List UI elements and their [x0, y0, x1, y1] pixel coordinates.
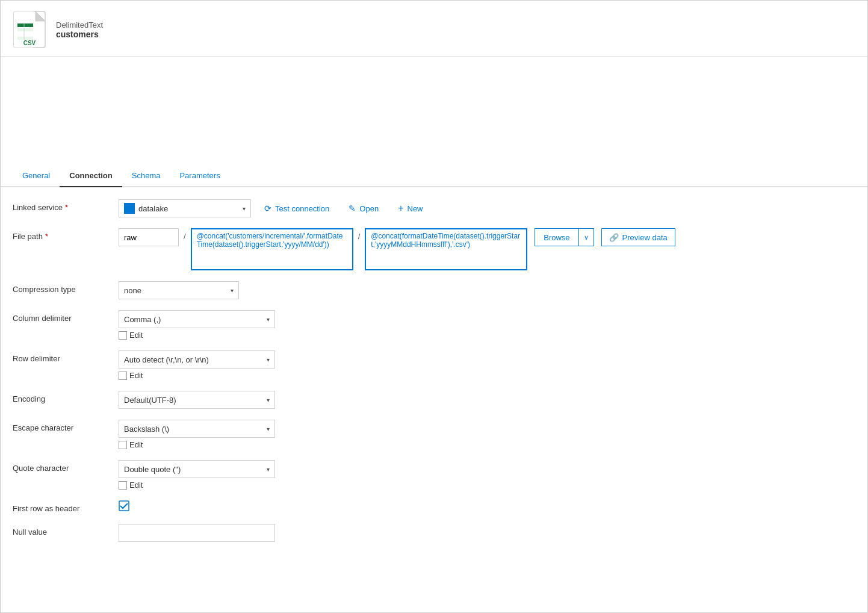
first-row-header-label: First row as header [13, 500, 109, 513]
escape-character-edit-row: Edit [119, 440, 275, 449]
test-connection-label: Test connection [275, 204, 329, 213]
quote-character-row: Quote character Double quote (") ▾ Edit [13, 460, 855, 490]
quote-character-arrow-icon: ▾ [267, 466, 270, 473]
compression-type-value: none [124, 286, 231, 295]
browse-button[interactable]: Browse [535, 228, 578, 246]
encoding-row: Encoding Default(UTF-8) ▾ [13, 391, 855, 409]
svg-rect-3 [17, 28, 33, 31]
first-row-header-row: First row as header [13, 500, 855, 513]
svg-rect-2 [17, 23, 33, 27]
linked-service-row: Linked service * datalake ▾ ⟳ Test conne… [13, 199, 855, 217]
escape-character-row: Escape character Backslash (\) ▾ Edit [13, 420, 855, 449]
open-icon: ✎ [349, 204, 356, 213]
plus-icon: + [398, 203, 403, 214]
row-delimiter-label: Row delimiter [13, 350, 109, 363]
file-path-expr2-text: @concat(formatDateTime(dataset().trigger… [371, 232, 521, 249]
test-connection-icon: ⟳ [264, 204, 271, 213]
column-delimiter-edit-checkbox[interactable] [119, 331, 127, 340]
escape-character-value: Backslash (\) [124, 425, 267, 434]
linked-service-icon [124, 203, 135, 214]
tab-connection[interactable]: Connection [60, 165, 122, 187]
open-button[interactable]: ✎ Open [343, 199, 385, 217]
escape-character-arrow-icon: ▾ [267, 426, 270, 432]
file-path-container-input[interactable] [119, 228, 179, 246]
first-row-header-checkbox[interactable] [119, 500, 129, 511]
compression-type-arrow-icon: ▾ [231, 287, 234, 294]
row-delimiter-arrow-icon: ▾ [267, 356, 270, 363]
svg-rect-4 [17, 33, 33, 36]
escape-character-dropdown[interactable]: Backslash (\) ▾ [119, 420, 275, 438]
test-connection-button[interactable]: ⟳ Test connection [258, 199, 335, 217]
row-delimiter-edit-row: Edit [119, 371, 275, 380]
column-delimiter-edit-row: Edit [119, 331, 275, 340]
row-delimiter-dropdown[interactable]: Auto detect (\r,\n, or \r\n) ▾ [119, 350, 275, 369]
escape-character-edit-checkbox[interactable] [119, 441, 127, 449]
dataset-type: DelimitedText [56, 20, 103, 30]
file-path-required: * [45, 232, 48, 241]
new-button[interactable]: + New [392, 199, 429, 217]
column-delimiter-edit-label: Edit [129, 331, 143, 340]
linked-service-label: Linked service * [13, 199, 109, 212]
dataset-name: customers [56, 30, 103, 39]
quote-character-value: Double quote (") [124, 465, 267, 474]
escape-character-edit-label: Edit [129, 440, 143, 449]
preview-icon: 🔗 [609, 233, 619, 242]
csv-file-icon: CSV [13, 10, 46, 49]
svg-text:CSV: CSV [23, 40, 36, 46]
row-delimiter-value: Auto detect (\r,\n, or \r\n) [124, 355, 267, 364]
column-delimiter-value: Comma (,) [124, 315, 267, 324]
new-label: New [408, 204, 423, 213]
encoding-value: Default(UTF-8) [124, 396, 267, 405]
linked-service-arrow-icon: ▾ [243, 205, 246, 212]
compression-type-row: Compression type none ▾ [13, 281, 855, 299]
quote-character-edit-checkbox[interactable] [119, 481, 127, 490]
null-value-label: Null value [13, 524, 109, 537]
file-path-expression-1[interactable]: @concat('customers/incremental/',formatD… [191, 228, 353, 270]
column-delimiter-dropdown[interactable]: Comma (,) ▾ [119, 310, 275, 328]
tabs-container: General Connection Schema Parameters [1, 165, 867, 187]
quote-character-label: Quote character [13, 460, 109, 473]
required-marker: * [65, 203, 68, 212]
encoding-label: Encoding [13, 391, 109, 403]
tab-general[interactable]: General [13, 165, 60, 187]
file-path-expression-2[interactable]: @concat(formatDateTime(dataset().trigger… [365, 228, 527, 270]
browse-chevron-button[interactable]: ∨ [579, 228, 594, 246]
column-delimiter-label: Column delimiter [13, 310, 109, 323]
file-path-row: File path * / @concat('customers/increme… [13, 228, 855, 270]
quote-character-edit-label: Edit [129, 481, 143, 490]
linked-service-value: datalake [138, 204, 243, 213]
tab-parameters[interactable]: Parameters [170, 165, 229, 187]
compression-type-label: Compression type [13, 281, 109, 294]
file-path-label: File path * [13, 228, 109, 241]
null-value-input[interactable] [119, 524, 275, 542]
encoding-dropdown[interactable]: Default(UTF-8) ▾ [119, 391, 275, 409]
row-delimiter-edit-label: Edit [129, 371, 143, 380]
path-separator-2: / [356, 228, 363, 244]
row-delimiter-edit-checkbox[interactable] [119, 372, 127, 380]
preview-label: Preview data [622, 233, 668, 242]
linked-service-dropdown[interactable]: datalake ▾ [119, 199, 251, 217]
escape-character-label: Escape character [13, 420, 109, 432]
tab-schema[interactable]: Schema [122, 165, 170, 187]
file-path-expr1-text: @concat('customers/incremental/',formatD… [197, 232, 347, 249]
quote-character-dropdown[interactable]: Double quote (") ▾ [119, 460, 275, 478]
preview-data-button[interactable]: 🔗 Preview data [601, 228, 675, 246]
column-delimiter-row: Column delimiter Comma (,) ▾ Edit [13, 310, 855, 340]
quote-character-edit-row: Edit [119, 481, 275, 490]
row-delimiter-row: Row delimiter Auto detect (\r,\n, or \r\… [13, 350, 855, 380]
open-label: Open [359, 204, 379, 213]
encoding-arrow-icon: ▾ [267, 397, 270, 403]
column-delimiter-arrow-icon: ▾ [267, 316, 270, 323]
compression-type-dropdown[interactable]: none ▾ [119, 281, 239, 299]
null-value-row: Null value [13, 524, 855, 542]
path-separator-1: / [181, 228, 188, 244]
